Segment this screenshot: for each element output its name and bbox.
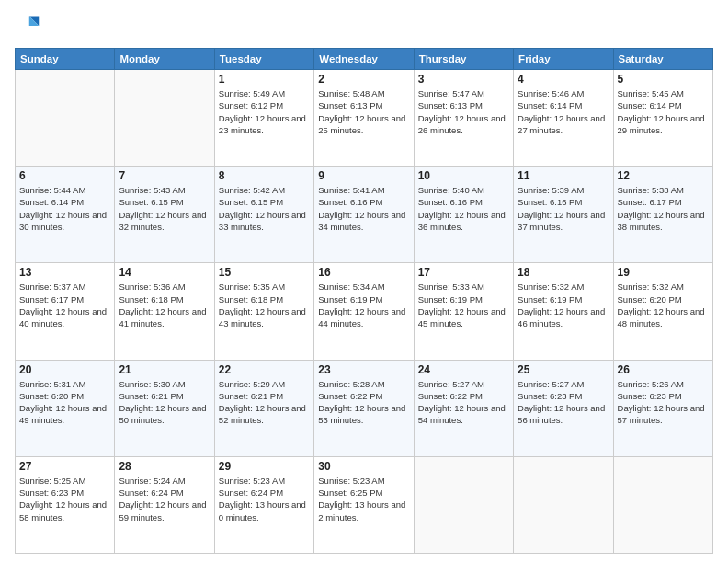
table-row: 25Sunrise: 5:27 AM Sunset: 6:23 PM Dayli… bbox=[514, 360, 613, 456]
day-number: 25 bbox=[518, 363, 609, 376]
day-number: 19 bbox=[618, 266, 709, 279]
day-number: 15 bbox=[219, 266, 310, 279]
day-number: 11 bbox=[518, 169, 609, 182]
day-info: Sunrise: 5:23 AM Sunset: 6:25 PM Dayligh… bbox=[318, 475, 409, 523]
table-row: 7Sunrise: 5:43 AM Sunset: 6:15 PM Daylig… bbox=[115, 167, 214, 263]
day-number: 2 bbox=[318, 73, 409, 86]
table-row bbox=[115, 70, 214, 167]
table-row bbox=[514, 456, 613, 553]
table-row: 20Sunrise: 5:31 AM Sunset: 6:20 PM Dayli… bbox=[16, 360, 115, 456]
day-info: Sunrise: 5:24 AM Sunset: 6:24 PM Dayligh… bbox=[119, 475, 210, 523]
day-info: Sunrise: 5:40 AM Sunset: 6:16 PM Dayligh… bbox=[418, 184, 509, 233]
table-row: 8Sunrise: 5:42 AM Sunset: 6:15 PM Daylig… bbox=[214, 167, 313, 263]
day-number: 14 bbox=[119, 266, 210, 279]
day-number: 30 bbox=[318, 460, 409, 473]
day-info: Sunrise: 5:37 AM Sunset: 6:17 PM Dayligh… bbox=[19, 281, 110, 329]
day-number: 23 bbox=[318, 363, 409, 376]
table-row: 17Sunrise: 5:33 AM Sunset: 6:19 PM Dayli… bbox=[414, 263, 513, 360]
day-number: 16 bbox=[318, 266, 409, 279]
table-row: 2Sunrise: 5:48 AM Sunset: 6:13 PM Daylig… bbox=[314, 70, 414, 167]
day-number: 27 bbox=[19, 460, 110, 473]
table-row: 29Sunrise: 5:23 AM Sunset: 6:24 PM Dayli… bbox=[214, 456, 313, 553]
table-row: 19Sunrise: 5:32 AM Sunset: 6:20 PM Dayli… bbox=[613, 263, 712, 360]
calendar-week-row: 20Sunrise: 5:31 AM Sunset: 6:20 PM Dayli… bbox=[16, 360, 713, 456]
day-info: Sunrise: 5:42 AM Sunset: 6:15 PM Dayligh… bbox=[219, 184, 310, 233]
day-info: Sunrise: 5:45 AM Sunset: 6:14 PM Dayligh… bbox=[618, 87, 709, 136]
table-row: 26Sunrise: 5:26 AM Sunset: 6:23 PM Dayli… bbox=[613, 360, 712, 456]
table-row: 30Sunrise: 5:23 AM Sunset: 6:25 PM Dayli… bbox=[314, 456, 414, 553]
day-info: Sunrise: 5:34 AM Sunset: 6:19 PM Dayligh… bbox=[318, 281, 409, 329]
day-number: 5 bbox=[618, 73, 709, 86]
table-row: 1Sunrise: 5:49 AM Sunset: 6:12 PM Daylig… bbox=[214, 70, 313, 167]
table-row: 23Sunrise: 5:28 AM Sunset: 6:22 PM Dayli… bbox=[314, 360, 414, 456]
day-number: 8 bbox=[219, 169, 310, 182]
col-friday: Friday bbox=[514, 49, 613, 70]
calendar-week-row: 27Sunrise: 5:25 AM Sunset: 6:23 PM Dayli… bbox=[16, 456, 713, 553]
table-row: 27Sunrise: 5:25 AM Sunset: 6:23 PM Dayli… bbox=[16, 456, 115, 553]
day-info: Sunrise: 5:41 AM Sunset: 6:16 PM Dayligh… bbox=[318, 184, 409, 233]
day-info: Sunrise: 5:49 AM Sunset: 6:12 PM Dayligh… bbox=[219, 87, 310, 136]
table-row: 11Sunrise: 5:39 AM Sunset: 6:16 PM Dayli… bbox=[514, 167, 613, 263]
table-row: 4Sunrise: 5:46 AM Sunset: 6:14 PM Daylig… bbox=[514, 70, 613, 167]
col-tuesday: Tuesday bbox=[214, 49, 313, 70]
day-info: Sunrise: 5:29 AM Sunset: 6:21 PM Dayligh… bbox=[219, 378, 310, 427]
day-info: Sunrise: 5:25 AM Sunset: 6:23 PM Dayligh… bbox=[19, 475, 110, 523]
col-wednesday: Wednesday bbox=[314, 49, 414, 70]
day-number: 28 bbox=[119, 460, 210, 473]
day-info: Sunrise: 5:47 AM Sunset: 6:13 PM Dayligh… bbox=[418, 87, 509, 136]
day-info: Sunrise: 5:27 AM Sunset: 6:22 PM Dayligh… bbox=[418, 378, 509, 427]
day-number: 18 bbox=[518, 266, 609, 279]
day-number: 7 bbox=[119, 169, 210, 182]
table-row: 12Sunrise: 5:38 AM Sunset: 6:17 PM Dayli… bbox=[613, 167, 712, 263]
day-info: Sunrise: 5:43 AM Sunset: 6:15 PM Dayligh… bbox=[119, 184, 210, 233]
day-number: 12 bbox=[618, 169, 709, 182]
day-info: Sunrise: 5:27 AM Sunset: 6:23 PM Dayligh… bbox=[518, 378, 609, 427]
table-row: 16Sunrise: 5:34 AM Sunset: 6:19 PM Dayli… bbox=[314, 263, 414, 360]
day-info: Sunrise: 5:39 AM Sunset: 6:16 PM Dayligh… bbox=[518, 184, 609, 233]
day-number: 4 bbox=[518, 73, 609, 86]
logo bbox=[15, 13, 44, 39]
day-info: Sunrise: 5:28 AM Sunset: 6:22 PM Dayligh… bbox=[318, 378, 409, 427]
day-number: 13 bbox=[19, 266, 110, 279]
logo-icon bbox=[15, 13, 40, 39]
day-number: 1 bbox=[219, 73, 310, 86]
day-info: Sunrise: 5:26 AM Sunset: 6:23 PM Dayligh… bbox=[618, 378, 709, 427]
table-row: 13Sunrise: 5:37 AM Sunset: 6:17 PM Dayli… bbox=[16, 263, 115, 360]
day-number: 29 bbox=[219, 460, 310, 473]
table-row: 24Sunrise: 5:27 AM Sunset: 6:22 PM Dayli… bbox=[414, 360, 513, 456]
calendar-week-row: 1Sunrise: 5:49 AM Sunset: 6:12 PM Daylig… bbox=[16, 70, 713, 167]
table-row: 6Sunrise: 5:44 AM Sunset: 6:14 PM Daylig… bbox=[16, 167, 115, 263]
calendar-header-row: Sunday Monday Tuesday Wednesday Thursday… bbox=[16, 49, 713, 70]
day-number: 3 bbox=[418, 73, 509, 86]
col-saturday: Saturday bbox=[613, 49, 712, 70]
table-row: 10Sunrise: 5:40 AM Sunset: 6:16 PM Dayli… bbox=[414, 167, 513, 263]
day-number: 17 bbox=[418, 266, 509, 279]
table-row: 14Sunrise: 5:36 AM Sunset: 6:18 PM Dayli… bbox=[115, 263, 214, 360]
page: Sunday Monday Tuesday Wednesday Thursday… bbox=[0, 0, 728, 563]
table-row: 3Sunrise: 5:47 AM Sunset: 6:13 PM Daylig… bbox=[414, 70, 513, 167]
day-info: Sunrise: 5:48 AM Sunset: 6:13 PM Dayligh… bbox=[318, 87, 409, 136]
day-info: Sunrise: 5:32 AM Sunset: 6:19 PM Dayligh… bbox=[518, 281, 609, 329]
table-row bbox=[414, 456, 513, 553]
day-info: Sunrise: 5:30 AM Sunset: 6:21 PM Dayligh… bbox=[119, 378, 210, 427]
day-info: Sunrise: 5:33 AM Sunset: 6:19 PM Dayligh… bbox=[418, 281, 509, 329]
col-thursday: Thursday bbox=[414, 49, 513, 70]
table-row bbox=[613, 456, 712, 553]
day-info: Sunrise: 5:46 AM Sunset: 6:14 PM Dayligh… bbox=[518, 87, 609, 136]
day-info: Sunrise: 5:23 AM Sunset: 6:24 PM Dayligh… bbox=[219, 475, 310, 523]
table-row: 15Sunrise: 5:35 AM Sunset: 6:18 PM Dayli… bbox=[214, 263, 313, 360]
day-info: Sunrise: 5:36 AM Sunset: 6:18 PM Dayligh… bbox=[119, 281, 210, 329]
calendar-week-row: 13Sunrise: 5:37 AM Sunset: 6:17 PM Dayli… bbox=[16, 263, 713, 360]
day-number: 10 bbox=[418, 169, 509, 182]
day-number: 6 bbox=[19, 169, 110, 182]
day-info: Sunrise: 5:32 AM Sunset: 6:20 PM Dayligh… bbox=[618, 281, 709, 329]
calendar-table: Sunday Monday Tuesday Wednesday Thursday… bbox=[15, 48, 713, 554]
day-info: Sunrise: 5:38 AM Sunset: 6:17 PM Dayligh… bbox=[618, 184, 709, 233]
day-number: 9 bbox=[318, 169, 409, 182]
calendar-week-row: 6Sunrise: 5:44 AM Sunset: 6:14 PM Daylig… bbox=[16, 167, 713, 263]
day-info: Sunrise: 5:44 AM Sunset: 6:14 PM Dayligh… bbox=[19, 184, 110, 233]
table-row: 5Sunrise: 5:45 AM Sunset: 6:14 PM Daylig… bbox=[613, 70, 712, 167]
day-number: 20 bbox=[19, 363, 110, 376]
day-number: 21 bbox=[119, 363, 210, 376]
header bbox=[15, 13, 713, 39]
